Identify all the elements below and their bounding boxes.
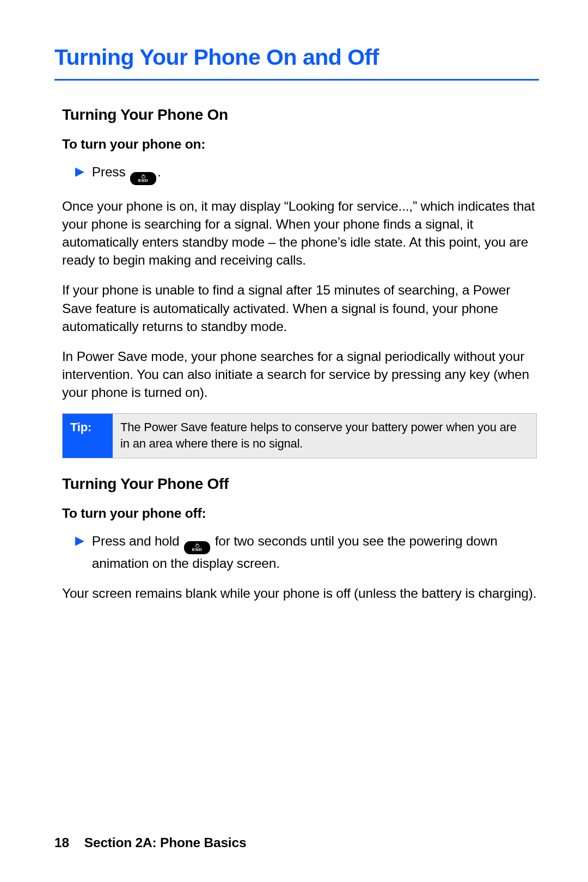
subheading-turn-on: To turn your phone on:	[62, 135, 537, 153]
page-title: Turning Your Phone On and Off	[54, 42, 539, 81]
step-turn-on: ▶ Press END.	[62, 163, 537, 185]
content-area: Turning Your Phone On To turn your phone…	[54, 105, 539, 602]
page-number: 18	[54, 834, 69, 852]
arrow-icon: ▶	[75, 533, 84, 549]
arrow-icon: ▶	[75, 164, 84, 180]
step-turn-off: ▶ Press and hold END for two seconds unt…	[62, 532, 537, 572]
step-text-prefix: Press and hold	[92, 534, 183, 548]
step-text-prefix: Press	[92, 164, 129, 179]
tip-label: Tip:	[63, 414, 113, 458]
end-key-icon: END	[184, 541, 210, 554]
tip-box: Tip: The Power Save feature helps to con…	[62, 413, 537, 458]
heading-turning-off: Turning Your Phone Off	[62, 474, 537, 494]
paragraph: Once your phone is on, it may display “L…	[62, 197, 537, 269]
subheading-turn-off: To turn your phone off:	[62, 504, 537, 522]
page-footer: 18 Section 2A: Phone Basics	[54, 834, 246, 852]
end-key-icon: END	[130, 172, 156, 185]
step-text-suffix: .	[157, 164, 161, 179]
paragraph: If your phone is unable to find a signal…	[62, 281, 537, 335]
paragraph: Your screen remains blank while your pho…	[62, 584, 537, 602]
section-label: Section 2A: Phone Basics	[84, 834, 246, 852]
tip-body: The Power Save feature helps to conserve…	[113, 414, 536, 458]
paragraph: In Power Save mode, your phone searches …	[62, 347, 537, 401]
heading-turning-on: Turning Your Phone On	[62, 105, 537, 125]
